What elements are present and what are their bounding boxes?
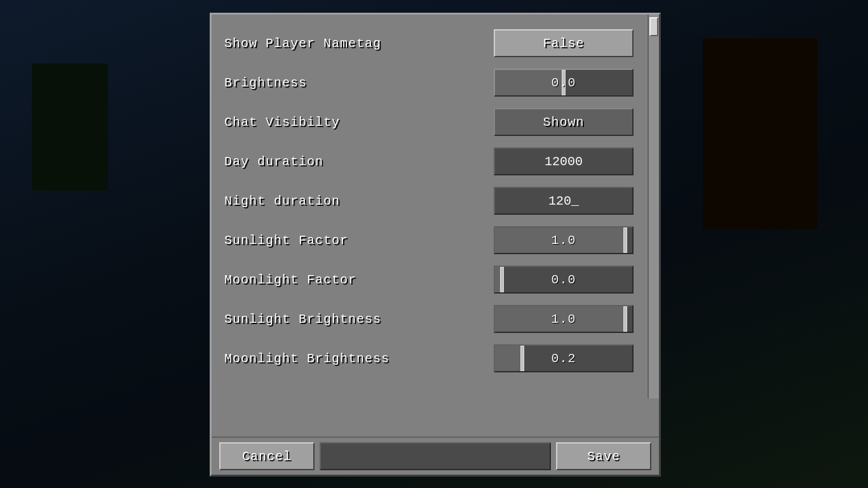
input-night-duration[interactable]: 120_ [494,187,634,215]
label-day-duration: Day duration [224,154,494,169]
moonlight-factor-value: 0.0 [551,273,576,287]
control-show-player-nametag: False [494,29,634,57]
slider-handle-moonlight-brightness[interactable] [520,346,524,371]
setting-row-sunlight-factor: Sunlight Factor 1.0 [224,220,646,260]
label-night-duration: Night duration [224,194,494,208]
control-night-duration: 120_ [494,187,634,215]
setting-row-moonlight-brightness: Moonlight Brightness 0.2 [224,339,646,378]
label-chat-visibility: Chat Visibilty [224,115,494,130]
slider-handle-sunlight-brightness[interactable] [623,306,627,332]
settings-dialog: Show Player Nametag False Brightness 0.0… [210,13,661,477]
input-day-duration[interactable]: 12000 [494,147,634,175]
label-show-player-nametag: Show Player Nametag [224,36,494,51]
control-day-duration: 12000 [494,147,634,175]
brightness-value: 0.0 [551,76,576,90]
label-brightness: Brightness [224,76,494,90]
slider-brightness[interactable]: 0.0 [494,69,634,97]
footer-spacer [320,442,551,470]
slider-handle-sunlight-factor[interactable] [623,227,627,253]
save-button[interactable]: Save [556,442,651,470]
control-chat-visibility: Shown [494,108,634,136]
cancel-button[interactable]: Cancel [219,442,315,470]
setting-row-day-duration: Day duration 12000 [224,142,646,181]
slider-sunlight-factor[interactable]: 1.0 [494,226,634,254]
moonlight-brightness-value: 0.2 [551,351,576,366]
label-moonlight-brightness: Moonlight Brightness [224,351,494,366]
label-moonlight-factor: Moonlight Factor [224,273,494,287]
control-moonlight-factor: 0.0 [494,266,634,294]
dialog-content: Show Player Nametag False Brightness 0.0… [212,15,659,437]
slider-moonlight-brightness[interactable]: 0.2 [494,344,634,372]
setting-row-show-player-nametag: Show Player Nametag False [224,24,646,63]
setting-row-moonlight-factor: Moonlight Factor 0.0 [224,260,646,299]
label-sunlight-brightness: Sunlight Brightness [224,312,494,327]
scrollbar[interactable] [648,15,659,398]
dialog-footer: Cancel Save [212,437,659,475]
label-sunlight-factor: Sunlight Factor [224,233,494,248]
slider-moonlight-factor[interactable]: 0.0 [494,266,634,294]
toggle-chat-visibility[interactable]: Shown [494,108,634,136]
setting-row-night-duration: Night duration 120_ [224,181,646,220]
setting-row-brightness: Brightness 0.0 [224,63,646,102]
toggle-show-player-nametag[interactable]: False [494,29,634,57]
control-sunlight-brightness: 1.0 [494,305,634,333]
setting-row-sunlight-brightness: Sunlight Brightness 1.0 [224,299,646,339]
control-sunlight-factor: 1.0 [494,226,634,254]
sunlight-brightness-value: 1.0 [551,312,576,327]
setting-row-chat-visibility: Chat Visibilty Shown [224,102,646,142]
control-brightness: 0.0 [494,69,634,97]
control-moonlight-brightness: 0.2 [494,344,634,372]
slider-sunlight-brightness[interactable]: 1.0 [494,305,634,333]
slider-handle-moonlight-factor[interactable] [500,267,504,292]
scrollbar-thumb[interactable] [649,17,658,36]
sunlight-factor-value: 1.0 [551,233,576,248]
